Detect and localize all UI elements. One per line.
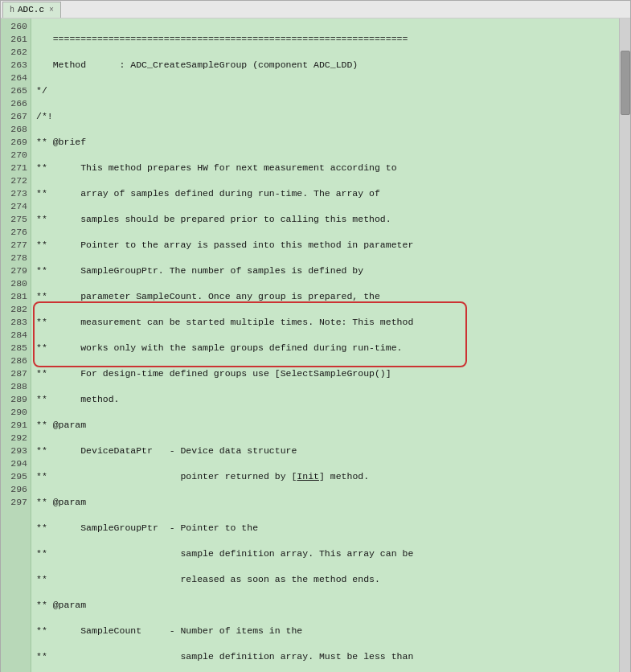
line-271: ** measurement can be started multiple t…: [36, 316, 625, 329]
line-260: ========================================…: [36, 33, 625, 46]
line-266: ** array of samples defined during run-t…: [36, 187, 625, 200]
top-vscrollbar-thumb[interactable]: [621, 51, 630, 115]
top-line-numbers: 260 261 262 263 264 265 266 267 268 269 …: [1, 18, 31, 672]
top-vscrollbar[interactable]: [619, 18, 630, 672]
line-276: ** DeviceDataPtr - Device data structure: [36, 445, 625, 457]
line-275: ** @param: [36, 419, 625, 432]
tab-adc-c[interactable]: h ADC.c ×: [2, 2, 61, 18]
top-pane: h ADC.c × 260 261 262 263 264 265 266 26…: [1, 1, 630, 672]
line-262: */: [36, 84, 625, 97]
line-273: ** For design-time defined groups use [S…: [36, 367, 625, 380]
line-261: Method : ADC_CreateSampleGroup (componen…: [36, 59, 625, 72]
line-279: ** SampleGroupPtr - Pointer to the: [36, 522, 625, 535]
line-267: ** samples should be prepared prior to c…: [36, 213, 625, 226]
line-270: ** parameter SampleCount. Once any group…: [36, 290, 625, 303]
line-278: ** @param: [36, 496, 625, 509]
line-283: ** SampleCount - Number of items in the: [36, 625, 625, 637]
init-link[interactable]: Init: [297, 470, 319, 483]
line-284: ** sample definition array. Must be less…: [36, 650, 625, 663]
line-272: ** works only with the sample groups def…: [36, 342, 625, 354]
line-280: ** sample definition array. This array c…: [36, 547, 625, 560]
close-tab-adc-c[interactable]: ×: [49, 6, 54, 14]
top-tab-bar: h ADC.c ×: [1, 1, 630, 18]
line-264: ** @brief: [36, 136, 625, 149]
line-265: ** This method prepares HW for next meas…: [36, 162, 625, 174]
line-281: ** released as soon as the method ends.: [36, 573, 625, 586]
c-file-icon: h: [10, 6, 14, 14]
line-277: ** pointer returned by [Init] method.: [36, 470, 625, 483]
top-code-content: ========================================…: [31, 18, 630, 672]
top-code-area: 260 261 262 263 264 265 266 267 268 269 …: [1, 18, 630, 672]
line-269: ** SampleGroupPtr. The number of samples…: [36, 264, 625, 277]
tab-adc-c-label: ADC.c: [18, 5, 44, 14]
line-282: ** @param: [36, 599, 625, 612]
line-268: ** Pointer to the array is passed into t…: [36, 239, 625, 252]
line-263: /*!: [36, 110, 625, 123]
line-274: ** method.: [36, 393, 625, 406]
